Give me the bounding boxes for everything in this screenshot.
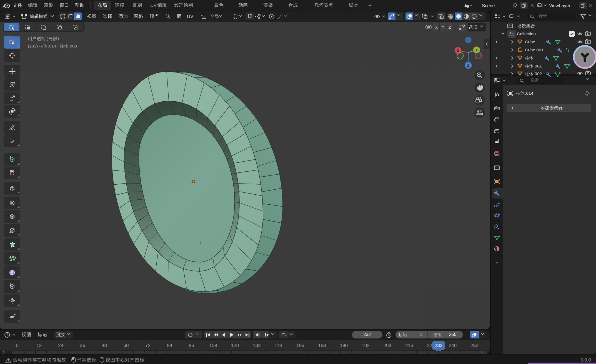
svg-text:X: X <box>457 49 459 53</box>
svg-text:Y: Y <box>475 48 478 52</box>
svg-text:Z: Z <box>467 63 469 67</box>
